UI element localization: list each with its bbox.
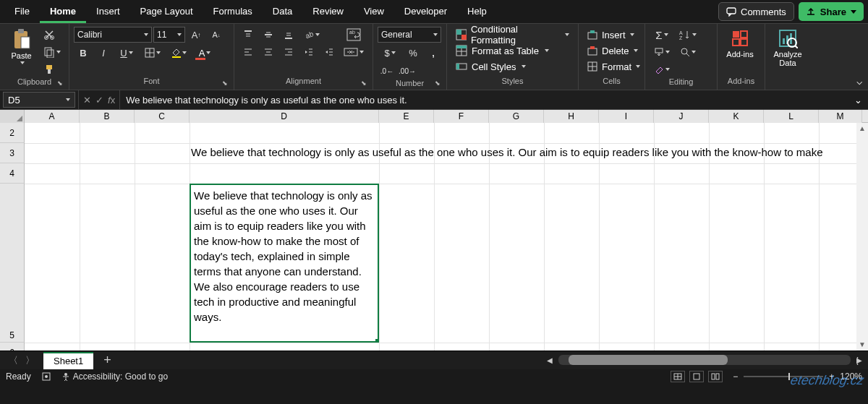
scroll-up-button[interactable]: ▲ [856, 123, 868, 134]
align-center-button[interactable] [259, 44, 278, 60]
fill-color-button[interactable] [166, 45, 191, 61]
row-header-2[interactable]: 2 [0, 123, 25, 143]
autosum-button[interactable]: Σ [650, 27, 674, 43]
tab-formulas[interactable]: Formulas [203, 0, 263, 23]
decrease-indent-button[interactable] [299, 44, 318, 60]
cell-styles-button[interactable]: Cell Styles [451, 59, 530, 74]
percent-button[interactable]: % [404, 45, 422, 61]
tab-review[interactable]: Review [302, 0, 354, 23]
tab-insert[interactable]: Insert [86, 0, 130, 23]
underline-button[interactable]: U [114, 45, 139, 61]
decrease-font-button[interactable]: A↓ [207, 27, 226, 43]
new-sheet-button[interactable]: + [93, 353, 122, 368]
sort-filter-button[interactable]: AZ [676, 27, 700, 43]
tab-page-layout[interactable]: Page Layout [130, 0, 203, 23]
zoom-out-button[interactable]: − [733, 371, 738, 382]
column-header-F[interactable]: F [434, 110, 489, 123]
conditional-formatting-button[interactable]: Conditional Formatting [451, 27, 574, 43]
collapse-ribbon-button[interactable]: ⌵ [856, 75, 862, 87]
prev-sheet-button[interactable]: 〈 [9, 354, 18, 367]
row-header-4[interactable]: 4 [0, 163, 25, 184]
fill-button[interactable] [650, 44, 674, 60]
select-all-button[interactable] [0, 110, 25, 123]
cells-area[interactable]: We believe that technology is only as us… [25, 123, 868, 351]
row-header-6[interactable]: 6 [0, 343, 25, 351]
column-header-K[interactable]: K [709, 110, 764, 123]
align-middle-button[interactable] [259, 27, 278, 43]
zoom-in-button[interactable]: + [829, 371, 834, 382]
zoom-slider[interactable] [744, 376, 823, 377]
row-header-5[interactable]: 5 [0, 184, 25, 343]
expand-formula-bar-button[interactable]: ⌄ [848, 95, 868, 106]
scroll-left-button[interactable]: ◀ [545, 356, 554, 364]
clear-button[interactable] [650, 61, 674, 77]
insert-cells-button[interactable]: Insert [583, 27, 639, 43]
align-right-button[interactable] [279, 44, 298, 60]
vertical-scrollbar[interactable]: ▲▼ [856, 123, 868, 351]
format-cells-button[interactable]: Format [583, 59, 644, 74]
paste-button[interactable]: Paste [4, 27, 38, 74]
share-button[interactable]: Share [799, 2, 864, 21]
horizontal-scrollbar[interactable]: ◀ ▶ [545, 354, 864, 366]
addins-button[interactable]: Add-ins [722, 27, 758, 74]
align-top-button[interactable] [239, 27, 258, 43]
comments-button[interactable]: Comments [718, 2, 794, 21]
page-layout-view-button[interactable] [689, 371, 704, 382]
number-format-combo[interactable]: General [378, 27, 441, 43]
dialog-launcher-icon[interactable]: ⬊ [433, 79, 442, 88]
delete-cells-button[interactable]: Delete [583, 43, 642, 59]
dialog-launcher-icon[interactable]: ⬊ [359, 79, 368, 88]
format-painter-button[interactable] [40, 61, 59, 77]
merge-button[interactable] [343, 44, 365, 60]
increase-indent-button[interactable] [320, 44, 339, 60]
cut-button[interactable] [40, 27, 59, 43]
worksheet-grid[interactable]: ABCDEFGHIJKLM 23456 We believe that tech… [0, 110, 868, 351]
borders-button[interactable] [140, 45, 165, 61]
copy-button[interactable] [40, 44, 64, 60]
orientation-button[interactable]: ab [299, 27, 324, 43]
column-header-J[interactable]: J [654, 110, 709, 123]
align-left-button[interactable] [239, 44, 258, 60]
tab-data[interactable]: Data [263, 0, 302, 23]
column-header-G[interactable]: G [489, 110, 544, 123]
analyze-data-button[interactable]: Analyze Data [770, 27, 806, 74]
align-bottom-button[interactable] [279, 27, 298, 43]
cell-D5-selected[interactable]: We believe that technology is only as us… [190, 184, 379, 343]
bold-button[interactable]: B [74, 45, 93, 61]
fx-button[interactable]: fx [108, 95, 115, 106]
zoom-control[interactable]: − + 120% [733, 371, 862, 382]
column-header-I[interactable]: I [599, 110, 654, 123]
dialog-launcher-icon[interactable]: ⬊ [56, 79, 64, 88]
page-break-view-button[interactable] [708, 371, 723, 382]
format-as-table-button[interactable]: Format as Table [451, 43, 553, 59]
column-header-A[interactable]: A [25, 110, 80, 123]
column-header-E[interactable]: E [379, 110, 434, 123]
cell-D3[interactable]: We believe that technology is only as us… [190, 143, 868, 163]
macro-record-icon[interactable] [41, 371, 51, 382]
font-color-button[interactable]: A [192, 45, 217, 61]
tab-file[interactable]: File [4, 0, 40, 23]
italic-button[interactable]: I [94, 45, 113, 61]
zoom-level[interactable]: 120% [840, 371, 862, 382]
formula-input[interactable]: We believe that technology is only as us… [120, 95, 848, 106]
column-header-H[interactable]: H [544, 110, 599, 123]
column-header-D[interactable]: D [190, 110, 379, 123]
comma-button[interactable]: , [424, 45, 443, 61]
enter-formula-button[interactable]: ✓ [95, 95, 103, 106]
normal-view-button[interactable] [671, 371, 685, 382]
tab-home[interactable]: Home [40, 0, 86, 23]
increase-font-button[interactable]: A↑ [187, 27, 205, 43]
sheet-tab-active[interactable]: Sheet1 [43, 352, 93, 369]
scrollbar-thumb[interactable] [569, 355, 728, 365]
row-header-3[interactable]: 3 [0, 143, 25, 163]
name-box[interactable]: D5 [3, 92, 75, 108]
font-name-combo[interactable]: Calibri [74, 27, 152, 43]
wrap-text-button[interactable]: ab [343, 27, 365, 43]
accessibility-status[interactable]: Accessibility: Good to go [61, 371, 168, 382]
dialog-launcher-icon[interactable]: ⬊ [221, 79, 229, 88]
font-size-combo[interactable]: 11 [153, 27, 185, 43]
next-sheet-button[interactable]: 〉 [25, 354, 35, 367]
tab-help[interactable]: Help [457, 0, 497, 23]
find-select-button[interactable] [676, 44, 700, 60]
column-header-L[interactable]: L [764, 110, 819, 123]
